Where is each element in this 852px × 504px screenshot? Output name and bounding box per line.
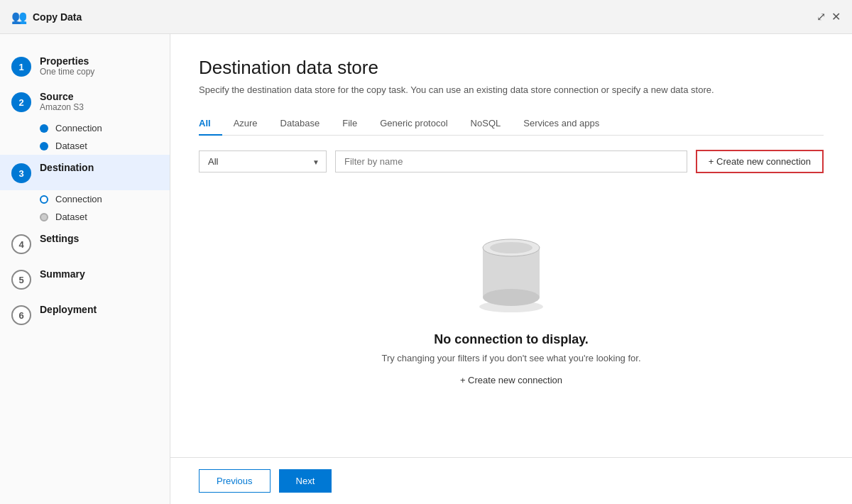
step-4-circle: 4 <box>11 234 31 254</box>
previous-button[interactable]: Previous <box>199 469 271 493</box>
footer: Previous Next <box>170 457 852 504</box>
content-panel: Destination data store Specify the desti… <box>170 34 852 457</box>
step-6-labels: Deployment <box>40 304 97 315</box>
tab-database[interactable]: Database <box>269 112 332 136</box>
step-3-title: Destination <box>40 162 94 173</box>
step-2-title: Source <box>40 91 84 102</box>
tab-all[interactable]: All <box>199 112 222 136</box>
next-button[interactable]: Next <box>279 469 332 493</box>
step-1-subtitle: One time copy <box>40 67 94 77</box>
step-1-title: Properties <box>40 55 94 67</box>
source-connection-label: Connection <box>55 123 102 133</box>
page-description: Specify the destination data store for t… <box>199 84 824 95</box>
tab-generic-protocol[interactable]: Generic protocol <box>368 112 459 136</box>
step-4-title: Settings <box>40 233 79 244</box>
source-connection-dot <box>40 124 48 133</box>
destination-connection-dot <box>40 195 48 204</box>
create-new-connection-link[interactable]: + Create new connection <box>460 375 562 385</box>
database-illustration <box>469 223 554 315</box>
sidebar-item-destination[interactable]: 3 Destination <box>0 155 170 190</box>
step-5-labels: Summary <box>40 268 85 280</box>
destination-dataset-item[interactable]: Dataset <box>40 208 170 226</box>
sidebar-item-settings[interactable]: 4 Settings <box>0 226 170 261</box>
source-connection-item[interactable]: Connection <box>40 119 170 137</box>
source-dataset-item[interactable]: Dataset <box>40 137 170 155</box>
empty-state-title: No connection to display. <box>434 332 589 347</box>
type-select-wrapper: All Azure Database File ▼ <box>199 150 327 172</box>
title-bar: 👥 Copy Data ⤢ ✕ <box>0 0 852 34</box>
page-title: Destination data store <box>199 57 824 79</box>
sidebar-item-deployment[interactable]: 6 Deployment <box>0 297 170 332</box>
source-dataset-label: Dataset <box>55 141 87 151</box>
step-3-circle: 3 <box>11 163 31 183</box>
filter-by-name-input[interactable] <box>335 150 687 172</box>
app-icon: 👥 <box>11 9 27 25</box>
tab-azure[interactable]: Azure <box>222 112 269 136</box>
tab-services-and-apps[interactable]: Services and apps <box>512 112 611 136</box>
step-6-title: Deployment <box>40 304 97 315</box>
step-5-circle: 5 <box>11 270 31 290</box>
tab-nosql[interactable]: NoSQL <box>459 112 513 136</box>
step-2-circle: 2 <box>11 92 31 112</box>
filter-row: All Azure Database File ▼ + Create new c… <box>199 150 824 173</box>
destination-dataset-label: Dataset <box>55 212 87 222</box>
svg-point-5 <box>490 242 532 253</box>
destination-connection-item[interactable]: Connection <box>40 190 170 208</box>
destination-sub-items: Connection Dataset <box>0 190 170 226</box>
step-6-circle: 6 <box>11 305 31 325</box>
step-5-title: Summary <box>40 268 85 280</box>
close-icon[interactable]: ✕ <box>831 10 841 23</box>
type-select[interactable]: All Azure Database File <box>199 150 327 172</box>
step-3-labels: Destination <box>40 162 94 173</box>
main-content: 1 Properties One time copy 2 Source Amaz… <box>0 34 852 504</box>
step-4-labels: Settings <box>40 233 79 244</box>
sidebar-item-summary[interactable]: 5 Summary <box>0 261 170 297</box>
app-title: Copy Data <box>33 11 816 23</box>
tab-file[interactable]: File <box>331 112 368 136</box>
sidebar-item-source[interactable]: 2 Source Amazon S3 <box>0 84 170 119</box>
source-sub-items: Connection Dataset <box>0 119 170 155</box>
expand-icon[interactable]: ⤢ <box>816 10 826 23</box>
source-dataset-dot <box>40 142 48 150</box>
destination-dataset-dot <box>40 213 48 221</box>
empty-state-description: Try changing your filters if you don't s… <box>381 353 640 363</box>
sidebar: 1 Properties One time copy 2 Source Amaz… <box>0 34 170 504</box>
svg-point-2 <box>483 289 540 306</box>
destination-connection-label: Connection <box>55 194 102 204</box>
empty-state: No connection to display. Try changing y… <box>199 196 824 440</box>
sidebar-item-properties[interactable]: 1 Properties One time copy <box>0 48 170 84</box>
create-new-connection-button[interactable]: + Create new connection <box>696 150 824 173</box>
step-1-circle: 1 <box>11 57 31 77</box>
window-controls: ⤢ ✕ <box>816 10 841 23</box>
step-1-labels: Properties One time copy <box>40 55 94 77</box>
step-2-subtitle: Amazon S3 <box>40 102 84 112</box>
tab-bar: All Azure Database File Generic protocol… <box>199 112 824 136</box>
step-2-labels: Source Amazon S3 <box>40 91 84 112</box>
